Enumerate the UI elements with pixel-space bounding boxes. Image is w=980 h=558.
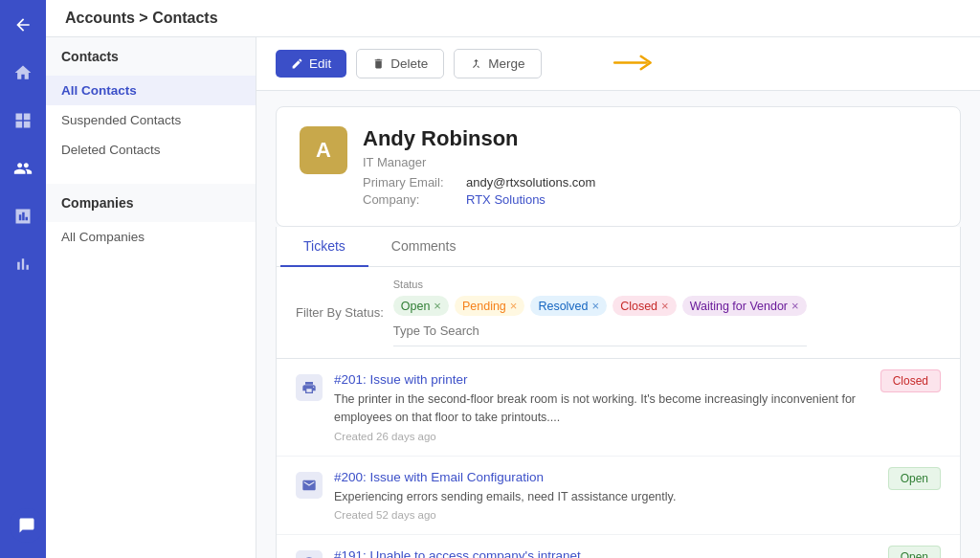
home-icon[interactable] (8, 57, 38, 88)
status-label: Status (393, 279, 807, 290)
delete-button[interactable]: Delete (356, 49, 444, 78)
email-field-row: Primary Email: andy@rtxsolutions.com (363, 175, 595, 190)
ticket-body: #201: Issue with printer The printer in … (334, 372, 869, 442)
tab-tickets[interactable]: Tickets (280, 227, 368, 267)
arrow-indicator (611, 48, 658, 79)
top-header: Accounts > Contacts (46, 0, 980, 37)
tag-pending[interactable]: Pending × (455, 296, 524, 316)
ticket-item: #191: Unable to access company's intrane… (277, 535, 960, 558)
main-area: Accounts > Contacts Contacts All Contact… (46, 0, 980, 558)
merge-button[interactable]: Merge (454, 49, 541, 78)
tag-resolved-remove[interactable]: × (592, 299, 600, 313)
grid-icon[interactable] (8, 105, 38, 136)
ticket-body: #191: Unable to access company's intrane… (334, 548, 877, 558)
back-icon[interactable] (8, 10, 38, 40)
tag-closed-remove[interactable]: × (661, 299, 669, 313)
companies-header: Companies (46, 184, 256, 222)
ticket-desc: The printer in the second-floor break ro… (334, 391, 869, 427)
contact-fields: Primary Email: andy@rtxsolutions.com Com… (363, 175, 595, 207)
users-icon[interactable] (8, 153, 38, 184)
ticket-title[interactable]: #201: Issue with printer (334, 372, 869, 387)
sidebar-item-all-contacts[interactable]: All Contacts (46, 76, 256, 105)
email-icon (296, 472, 323, 499)
tag-waiting-remove[interactable]: × (791, 299, 799, 313)
ticket-item: #201: Issue with printer The printer in … (277, 359, 960, 457)
company-field-row: Company: RTX Solutions (363, 192, 595, 207)
sidebar-item-deleted-contacts[interactable]: Deleted Contacts (46, 135, 256, 165)
search-input[interactable] (393, 322, 585, 340)
tab-comments[interactable]: Comments (368, 227, 479, 267)
contact-title: IT Manager (363, 155, 595, 169)
contact-header: A Andy Robinson IT Manager Primary Email… (300, 126, 937, 207)
ticket-list: #201: Issue with printer The printer in … (276, 359, 961, 558)
edit-button[interactable]: Edit (276, 50, 346, 78)
contact-info: Andy Robinson IT Manager Primary Email: … (363, 126, 595, 207)
contact-card: A Andy Robinson IT Manager Primary Email… (276, 106, 961, 227)
search-input-row[interactable] (393, 322, 807, 346)
ticket-title[interactable]: #191: Unable to access company's intrane… (334, 548, 877, 558)
toolbar: Edit Delete Merge (256, 37, 980, 91)
ticket-status: Closed (880, 372, 941, 388)
sidebar: Contacts All Contacts Suspended Contacts… (46, 37, 256, 558)
bar-chart-icon[interactable] (8, 249, 38, 279)
tag-resolved[interactable]: Resolved × (530, 296, 607, 316)
filter-tags: Open × Pending × Resolved × (393, 296, 807, 316)
content-area: Contacts All Contacts Suspended Contacts… (46, 37, 980, 558)
company-value[interactable]: RTX Solutions (466, 192, 546, 207)
tabs: Tickets Comments (276, 227, 961, 267)
company-label: Company: (363, 192, 458, 207)
tag-open-remove[interactable]: × (434, 299, 441, 313)
ticket-desc: Experiencing errors sending emails, need… (334, 488, 877, 506)
status-badge-open: Open (888, 546, 941, 558)
tag-pending-remove[interactable]: × (510, 299, 518, 313)
avatar: A (300, 126, 347, 174)
ticket-item: #200: Issue with Email Configuration Exp… (277, 457, 960, 536)
ticket-meta: Created 26 days ago (334, 431, 869, 442)
email-value: andy@rtxsolutions.com (466, 175, 595, 190)
contact-name: Andy Robinson (363, 126, 595, 151)
tag-waiting[interactable]: Waiting for Vendor × (682, 296, 807, 316)
ticket-meta: Created 52 days ago (334, 509, 877, 521)
ticket-body: #200: Issue with Email Configuration Exp… (334, 470, 877, 522)
tag-open[interactable]: Open × (393, 296, 449, 316)
filter-label: Filter By Status: (296, 305, 384, 320)
sidebar-item-suspended-contacts[interactable]: Suspended Contacts (46, 105, 256, 135)
sidebar-item-all-companies[interactable]: All Companies (46, 222, 256, 252)
icon-bar (0, 0, 46, 558)
contacts-header: Contacts (46, 37, 256, 76)
main-content: Edit Delete Merge (256, 37, 980, 558)
printer-icon (296, 374, 323, 401)
filter-tags-container: Status Open × Pending × Resolved (393, 279, 807, 346)
email-label: Primary Email: (363, 175, 458, 190)
chart-icon[interactable] (8, 201, 38, 232)
ticket-status: Open (888, 470, 941, 485)
chat-bubble-button[interactable] (10, 508, 44, 543)
breadcrumb: Accounts > Contacts (65, 10, 218, 27)
ticket-title[interactable]: #200: Issue with Email Configuration (334, 470, 877, 484)
tag-closed[interactable]: Closed × (612, 296, 677, 316)
status-badge-closed: Closed (880, 369, 941, 392)
globe-icon (296, 550, 323, 558)
status-badge-open: Open (888, 467, 941, 490)
ticket-status: Open (888, 548, 941, 558)
filter-area: Filter By Status: Status Open × Pending … (276, 267, 961, 359)
filter-row: Filter By Status: Status Open × Pending … (296, 279, 941, 346)
